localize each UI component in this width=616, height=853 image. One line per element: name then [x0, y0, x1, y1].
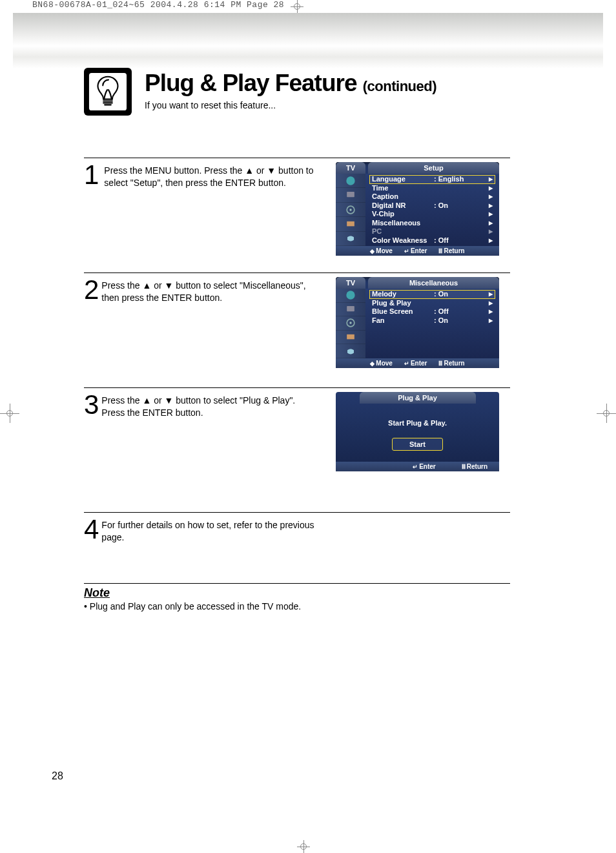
osd-footer-enter: ↵Enter [404, 246, 427, 256]
crop-mark-top [284, 0, 310, 13]
osd-menu-item: Melody: On▶ [369, 290, 495, 299]
crop-mark-left [0, 404, 19, 423]
page-title: Plug & Play Feature (continued) [145, 71, 436, 95]
chevron-right-icon: ▶ [489, 307, 493, 316]
osd-footer: ◆Move ↵Enter ⅢReturn [336, 246, 499, 256]
svg-point-12 [349, 322, 351, 324]
osd-menu-label: Caption [372, 192, 434, 201]
svg-point-4 [346, 176, 354, 185]
osd-footer: ↵Enter ⅢReturn [336, 462, 499, 471]
osd-menu-item: Time▶ [369, 184, 495, 193]
osd-footer-return: ⅢReturn [438, 358, 464, 368]
svg-point-7 [349, 209, 351, 211]
step-number: 4 [84, 518, 99, 546]
osd-tab-tv: TV [336, 277, 365, 289]
osd-tab-tv: TV [336, 162, 365, 174]
osd-footer-return: ⅢReturn [462, 462, 488, 471]
lightbulb-icon [84, 68, 132, 116]
osd-footer-move: ◆Move [370, 358, 393, 368]
title-main: Plug & Play Feature [145, 70, 357, 96]
osd-menu-label: Blue Screen [372, 307, 434, 316]
osd-menu-label: Plug & Play [372, 299, 434, 308]
osd-footer-return: ⅢReturn [438, 246, 464, 256]
chevron-right-icon: ▶ [489, 184, 493, 193]
page-subtitle: If you want to reset this feature... [145, 100, 436, 110]
chevron-right-icon: ▶ [489, 201, 493, 211]
chevron-right-icon: ▶ [489, 316, 493, 325]
osd-screenshot-misc: TV Miscellaneous Melody: On▶Plug & Play▶… [336, 277, 499, 368]
osd-sidebar [336, 289, 365, 358]
note-heading: Note [84, 586, 510, 600]
step-text: Press the ▲ or ▼ button to select "Misce… [101, 278, 316, 382]
osd-footer-move: ◆Move [370, 246, 393, 256]
osd-screenshot-dialog: Plug & Play Start Plug & Play. Start ↵En… [336, 392, 499, 471]
crop-mark-right [597, 404, 616, 423]
osd-menu-item: Language: English▶ [369, 175, 495, 184]
osd-footer: ◆Move ↵Enter ⅢReturn [336, 358, 499, 368]
osd-menu-item: Blue Screen: Off▶ [369, 307, 495, 316]
osd-menu-item: Plug & Play▶ [369, 299, 495, 308]
step-number: 1 [84, 163, 99, 267]
osd-footer-enter: ↵Enter [413, 462, 436, 471]
osd-tab-title: Setup [368, 162, 499, 174]
chevron-right-icon: ▶ [489, 219, 493, 228]
osd-tab-title: Miscellaneous [368, 277, 499, 289]
note-bullet: • Plug and Play can only be accessed in … [84, 601, 510, 611]
osd-footer-enter: ↵Enter [404, 358, 427, 368]
osd-menu-label: Fan [372, 316, 434, 325]
osd-menu-label: Digital NR [372, 201, 434, 211]
osd-menu-item: Caption▶ [369, 192, 495, 201]
osd-menu-label: PC [372, 227, 434, 236]
osd-menu-value: : English [434, 175, 466, 184]
step-number: 3 [84, 393, 99, 507]
osd-menu-label: Color Weakness [372, 236, 434, 245]
osd-menu-value: : On [434, 316, 466, 325]
osd-menu-value: : Off [434, 236, 466, 245]
chevron-right-icon: ▶ [489, 192, 493, 201]
svg-point-9 [346, 291, 354, 300]
svg-rect-8 [347, 221, 354, 227]
osd-menu-value: : On [434, 201, 466, 211]
osd-screenshot-setup: TV Setup Language: English▶Time▶Caption▶… [336, 162, 499, 256]
chevron-right-icon: ▶ [489, 299, 493, 308]
header-gradient [13, 13, 603, 68]
crop-mark-bottom [291, 840, 316, 853]
osd-menu-item: Miscellaneous▶ [369, 219, 495, 228]
osd-menu-item: PC▶ [369, 227, 495, 236]
osd-menu-label: V-Chip [372, 210, 434, 219]
osd-menu-item: Fan: On▶ [369, 316, 495, 325]
step-text: Press the ▲ or ▼ button to select "Plug … [101, 393, 316, 507]
chevron-right-icon: ▶ [489, 210, 493, 219]
svg-rect-5 [347, 192, 354, 197]
osd-menu-label: Miscellaneous [372, 219, 434, 228]
svg-rect-10 [347, 306, 354, 311]
osd-dialog-title: Plug & Play [360, 392, 476, 404]
osd-menu-label: Time [372, 184, 434, 193]
osd-start-button: Start [393, 438, 442, 450]
step-number: 2 [84, 278, 99, 382]
crop-mark-header: BN68-00678A-01_024~65 2004.4.28 6:14 PM … [32, 0, 284, 10]
osd-menu-value: : On [434, 290, 466, 299]
osd-menu-item: Color Weakness: Off▶ [369, 236, 495, 245]
step-text: For further details on how to set, refer… [101, 518, 316, 546]
osd-menu-value: : Off [434, 307, 466, 316]
osd-menu-label: Language [372, 175, 434, 184]
svg-rect-13 [347, 334, 354, 340]
title-continued: (continued) [363, 78, 436, 94]
osd-menu-item: V-Chip▶ [369, 210, 495, 219]
chevron-right-icon: ▶ [489, 175, 493, 184]
chevron-right-icon: ▶ [489, 236, 493, 245]
step-text: Press the MENU button. Press the ▲ or ▼ … [104, 163, 316, 267]
osd-sidebar [336, 174, 365, 246]
osd-menu-label: Melody [372, 290, 434, 299]
osd-menu-item: Digital NR: On▶ [369, 201, 495, 211]
chevron-right-icon: ▶ [489, 227, 493, 236]
page-number: 28 [52, 770, 63, 782]
osd-dialog-message: Start Plug & Play. [336, 419, 499, 427]
chevron-right-icon: ▶ [489, 290, 493, 299]
